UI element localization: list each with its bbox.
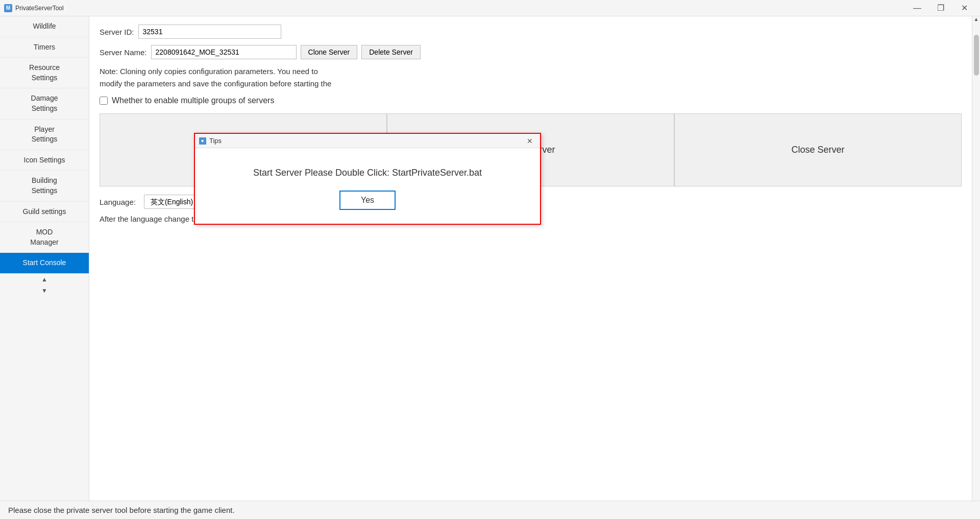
server-id-input[interactable] [138,25,281,39]
server-id-row: Server ID: [100,25,962,39]
sidebar-arrow-down[interactable]: ▼ [0,285,89,296]
sidebar-arrow-up[interactable]: ▲ [0,274,89,285]
sidebar-item-damage-settings[interactable]: Damage Settings [0,88,89,119]
sidebar-item-building-settings[interactable]: Building Settings [0,171,89,201]
multiple-groups-row: Whether to enable multiple groups of ser… [100,96,962,105]
tips-dialog: ■ Tips ✕ Start Server Please Double Clic… [194,133,541,225]
modal-title: Tips [209,137,524,145]
sidebar-item-icon-settings[interactable]: Icon Settings [0,150,89,171]
multiple-groups-checkbox[interactable] [100,97,108,105]
language-label: Language: [100,198,136,206]
sidebar: Wildlife Timers Resource Settings Damage… [0,16,89,501]
scroll-up-arrow[interactable]: ▲ [972,16,981,25]
app-icon: M [4,4,12,12]
maximize-button[interactable]: ❐ [929,0,952,16]
close-server-button[interactable]: Close Server [674,113,962,186]
main-layout: Wildlife Timers Resource Settings Damage… [0,16,980,501]
modal-body: Start Server Please Double Click: StartP… [195,148,540,224]
server-name-row: Server Name: Clone Server Delete Server [100,45,962,59]
sidebar-item-resource-settings[interactable]: Resource Settings [0,58,89,88]
sidebar-item-mod-manager[interactable]: MOD Manager [0,222,89,253]
clone-server-button[interactable]: Clone Server [301,45,358,59]
title-bar: M PrivateServerTool — ❐ ✕ [0,0,980,16]
modal-titlebar: ■ Tips ✕ [195,134,540,148]
sidebar-item-player-settings[interactable]: Player Settings [0,120,89,150]
scrollbar-thumb[interactable] [974,35,979,76]
modal-close-button[interactable]: ✕ [524,135,536,147]
close-button[interactable]: ✕ [952,0,976,16]
server-id-label: Server ID: [100,28,134,36]
app-title: PrivateServerTool [15,5,905,12]
status-bar: Please close the private server tool bef… [0,501,980,519]
content-area: Server ID: Server Name: Clone Server Del… [89,16,972,501]
multiple-groups-label: Whether to enable multiple groups of ser… [112,96,274,105]
window-controls: — ❐ ✕ [905,0,976,16]
sidebar-item-wildlife[interactable]: Wildlife [0,16,89,37]
sidebar-item-timers[interactable]: Timers [0,37,89,58]
sidebar-item-start-console[interactable]: Start Console [0,253,89,274]
minimize-button[interactable]: — [905,0,929,16]
server-name-input[interactable] [151,45,297,59]
delete-server-button[interactable]: Delete Server [361,45,421,59]
modal-message: Start Server Please Double Click: StartP… [253,168,482,178]
status-text: Please close the private server tool bef… [8,506,235,514]
scrollbar: ▲ [972,16,980,501]
note-text: Note: Cloning only copies configuration … [100,65,962,90]
server-name-label: Server Name: [100,48,147,57]
sidebar-item-guild-settings[interactable]: Guild settings [0,202,89,223]
modal-yes-button[interactable]: Yes [339,191,396,210]
modal-icon: ■ [199,137,206,145]
